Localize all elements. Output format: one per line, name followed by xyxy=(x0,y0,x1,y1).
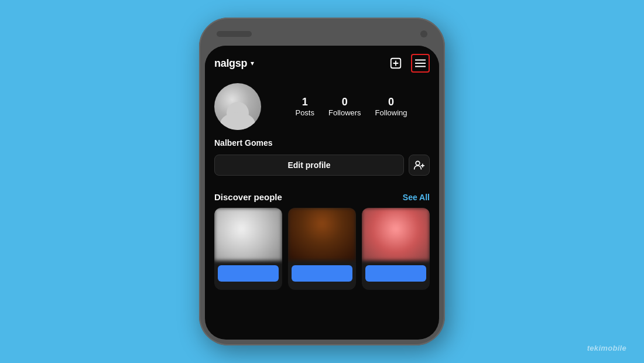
stat-followers[interactable]: 0 Followers xyxy=(328,96,361,118)
username-area[interactable]: nalgsp ▾ xyxy=(214,57,254,70)
action-row: Edit profile xyxy=(214,155,430,176)
posts-label: Posts xyxy=(295,108,314,117)
followers-count: 0 xyxy=(342,96,348,109)
discover-section: Discover people See All xyxy=(205,192,439,296)
person-avatar-3 xyxy=(362,208,430,261)
chevron-icon: ▾ xyxy=(251,59,254,67)
follow-button-3[interactable] xyxy=(365,265,426,282)
see-all-link[interactable]: See All xyxy=(403,193,430,202)
followers-label: Followers xyxy=(328,108,361,117)
stat-posts[interactable]: 1 Posts xyxy=(295,96,314,118)
discover-title: Discover people xyxy=(214,192,282,202)
menu-button[interactable] xyxy=(411,54,430,73)
person-card-1 xyxy=(214,208,282,290)
watermark-text: tekimobile xyxy=(587,344,626,352)
person-card-2 xyxy=(288,208,356,290)
following-count: 0 xyxy=(388,96,394,109)
phone-frame: nalgsp ▾ xyxy=(199,18,445,345)
display-name: Nalbert Gomes xyxy=(214,138,430,148)
discover-header: Discover people See All xyxy=(214,192,430,202)
person-avatar-1 xyxy=(214,208,282,261)
phone-camera xyxy=(420,30,427,37)
person-card-3 xyxy=(362,208,430,290)
person-avatar-2 xyxy=(288,208,356,261)
profile-row: 1 Posts 0 Followers 0 Following xyxy=(214,83,430,130)
phone-top-bar xyxy=(205,25,439,43)
profile-section: 1 Posts 0 Followers 0 Following Nalbert … xyxy=(205,78,439,192)
add-friend-button[interactable] xyxy=(409,155,430,176)
following-label: Following xyxy=(375,108,407,117)
stat-following[interactable]: 0 Following xyxy=(375,96,407,118)
posts-count: 1 xyxy=(302,96,308,109)
stats-section: 1 Posts 0 Followers 0 Following xyxy=(273,96,430,118)
ig-header: nalgsp ▾ xyxy=(205,46,439,78)
add-post-button[interactable] xyxy=(386,54,405,73)
phone-speaker xyxy=(217,31,252,37)
avatar xyxy=(214,83,261,130)
discover-cards xyxy=(214,208,430,290)
phone-screen: nalgsp ▾ xyxy=(205,46,439,340)
follow-button-1[interactable] xyxy=(218,265,279,282)
edit-profile-button[interactable]: Edit profile xyxy=(214,155,404,176)
svg-point-6 xyxy=(416,161,420,165)
watermark: tekimobile xyxy=(587,344,626,352)
follow-button-2[interactable] xyxy=(292,265,352,282)
username-text: nalgsp xyxy=(214,57,247,70)
header-icons xyxy=(386,54,430,73)
